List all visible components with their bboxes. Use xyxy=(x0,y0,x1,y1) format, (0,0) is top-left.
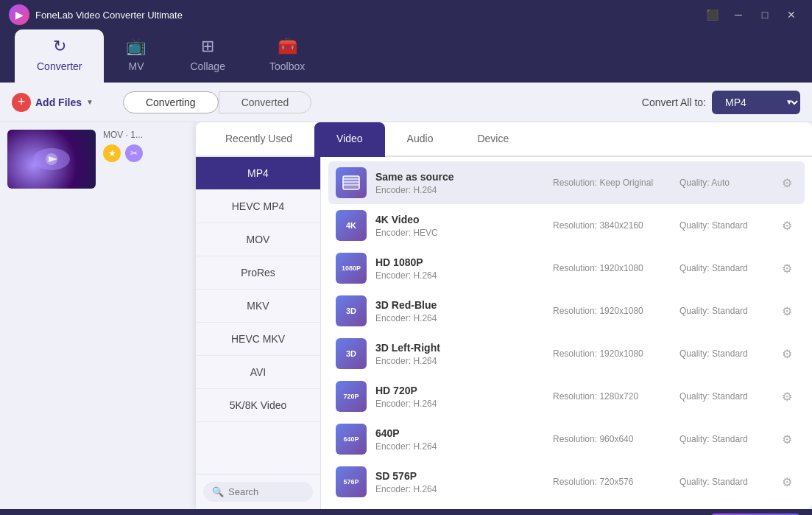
converting-tab[interactable]: Converting xyxy=(123,91,219,113)
star-button[interactable]: ★ xyxy=(103,144,121,162)
add-files-label: Add Files xyxy=(35,97,82,108)
format-row-sd576[interactable]: 576P SD 576P Encoder: H.264 Resolution: … xyxy=(328,460,805,503)
sidebar-item-hevc-mp4[interactable]: HEVC MP4 xyxy=(196,190,320,223)
sidebar-item-mkv[interactable]: MKV xyxy=(196,290,320,323)
nav-tabs: ↻ Converter 📺 MV ⊞ Collage 🧰 Toolbox xyxy=(0,29,812,83)
file-actions: ★ ✂ xyxy=(103,144,199,162)
format-name-hd1080: HD 1080P xyxy=(375,256,544,268)
settings-button-3d-lr[interactable]: ⚙ xyxy=(777,343,797,364)
tab-device[interactable]: Device xyxy=(455,122,531,157)
format-tabs: Recently Used Video Audio Device xyxy=(196,122,812,157)
file-thumbnail xyxy=(7,130,96,189)
format-icon-3d-red: 3D xyxy=(336,295,367,326)
sidebar-item-avi[interactable]: AVI xyxy=(196,356,320,389)
settings-button-hd1080[interactable]: ⚙ xyxy=(777,258,797,278)
format-icon-same-as-source xyxy=(336,167,367,198)
settings-button[interactable]: ⚙ xyxy=(777,172,797,193)
tab-switcher: Converting Converted xyxy=(123,91,311,113)
app-logo: ▶ xyxy=(9,4,29,25)
format-row-same-as-source[interactable]: Same as source Encoder: H.264 Resolution… xyxy=(328,161,805,204)
tab-audio[interactable]: Audio xyxy=(385,122,456,157)
format-row-640p[interactable]: 640P 640P Encoder: H.264 Resolution: 960… xyxy=(328,418,805,460)
settings-button-4k[interactable]: ⚙ xyxy=(777,215,797,236)
format-resolution-sd576: Resolution: 720x576 xyxy=(553,477,671,487)
format-encoder-hd720: Encoder: H.264 xyxy=(375,399,544,409)
settings-button-hd720[interactable]: ⚙ xyxy=(777,386,797,407)
tab-mv-label: MV xyxy=(128,60,144,72)
tab-toolbox[interactable]: 🧰 Toolbox xyxy=(247,29,327,83)
scissors-button[interactable]: ✂ xyxy=(125,144,143,162)
format-details-4k: 4K Video Encoder: HEVC xyxy=(375,214,544,238)
sidebar-item-hevc-mkv[interactable]: HEVC MKV xyxy=(196,323,320,356)
format-details-3d-red: 3D Red-Blue Encoder: H.264 xyxy=(375,299,544,323)
mv-icon: 📺 xyxy=(126,37,146,56)
add-files-button[interactable]: + Add Files ▼ xyxy=(12,93,93,112)
title-bar: ▶ FoneLab Video Converter Ultimate ⬛ ─ □… xyxy=(0,0,812,29)
format-name-640p: 640P xyxy=(375,427,544,439)
svg-rect-3 xyxy=(343,176,359,189)
format-select[interactable]: MP4 MOV MKV AVI xyxy=(712,91,800,114)
format-name-hd720: HD 720P xyxy=(375,385,544,396)
converter-icon: ↻ xyxy=(53,37,66,56)
format-details-hd1080: HD 1080P Encoder: H.264 xyxy=(375,256,544,281)
maximize-button[interactable]: □ xyxy=(753,6,777,24)
close-button[interactable]: ✕ xyxy=(780,6,803,24)
format-row-sd480[interactable]: 480P SD 480P Encoder: H.264 xyxy=(328,503,805,509)
tab-toolbox-label: Toolbox xyxy=(269,60,305,72)
format-name-3d-lr: 3D Left-Right xyxy=(375,342,544,354)
format-encoder-4k: Encoder: HEVC xyxy=(375,228,544,238)
converted-tab[interactable]: Converted xyxy=(219,91,312,113)
format-encoder-640p: Encoder: H.264 xyxy=(375,441,544,452)
minimize-button[interactable]: ─ xyxy=(727,6,750,24)
format-name: Same as source xyxy=(375,171,544,183)
format-details-sd576: SD 576P Encoder: H.264 xyxy=(375,470,544,494)
format-details-3d-lr: 3D Left-Right Encoder: H.264 xyxy=(375,342,544,366)
file-thumb-inner xyxy=(7,130,96,189)
settings-button-3d-red[interactable]: ⚙ xyxy=(777,301,797,321)
toolbar: + Add Files ▼ Converting Converted Conve… xyxy=(0,83,812,122)
format-resolution-3d-lr: Resolution: 1920x1080 xyxy=(553,348,671,359)
format-name-4k: 4K Video xyxy=(375,214,544,225)
tab-collage[interactable]: ⊞ Collage xyxy=(168,29,247,83)
format-row-3d-red[interactable]: 3D 3D Red-Blue Encoder: H.264 Resolution… xyxy=(328,290,805,332)
tab-recently-used[interactable]: Recently Used xyxy=(203,122,314,157)
format-icon-sd576: 576P xyxy=(336,466,367,497)
toolbox-icon: 🧰 xyxy=(278,37,297,56)
chat-button[interactable]: ⬛ xyxy=(700,6,724,24)
format-row-4k[interactable]: 4K 4K Video Encoder: HEVC Resolution: 38… xyxy=(328,204,805,247)
format-icon-640p: 640P xyxy=(336,424,367,455)
tab-converter[interactable]: ↻ Converter xyxy=(15,29,104,83)
file-item: MOV · 1... ★ ✂ xyxy=(7,130,199,189)
format-encoder: Encoder: H.264 xyxy=(375,185,544,195)
format-encoder-3d-red: Encoder: H.264 xyxy=(375,313,544,323)
format-list: Same as source Encoder: H.264 Resolution… xyxy=(321,157,812,509)
format-row-hd720[interactable]: 720P HD 720P Encoder: H.264 Resolution: … xyxy=(328,375,805,418)
tab-collage-label: Collage xyxy=(190,60,225,72)
sidebar-item-mov[interactable]: MOV xyxy=(196,223,320,256)
format-resolution-hd720: Resolution: 1280x720 xyxy=(553,391,671,402)
tab-video[interactable]: Video xyxy=(314,122,385,157)
format-quality-640p: Quality: Standard xyxy=(679,434,768,444)
title-bar-left: ▶ FoneLab Video Converter Ultimate xyxy=(9,4,183,25)
format-encoder-hd1080: Encoder: H.264 xyxy=(375,270,544,281)
search-input[interactable] xyxy=(228,486,304,497)
format-quality-hd1080: Quality: Standard xyxy=(679,263,768,273)
format-icon-hd720: 720P xyxy=(336,381,367,412)
format-name-sd576: SD 576P xyxy=(375,470,544,482)
tab-mv[interactable]: 📺 MV xyxy=(104,29,168,83)
settings-button-sd576[interactable]: ⚙ xyxy=(777,472,797,492)
settings-button-640p[interactable]: ⚙ xyxy=(777,429,797,449)
format-row-3d-lr[interactable]: 3D 3D Left-Right Encoder: H.264 Resoluti… xyxy=(328,332,805,375)
sidebar-item-5k8k[interactable]: 5K/8K Video xyxy=(196,389,320,422)
format-row-hd1080[interactable]: 1080P HD 1080P Encoder: H.264 Resolution… xyxy=(328,247,805,290)
format-name-3d-red: 3D Red-Blue xyxy=(375,299,544,311)
sidebar-item-prores[interactable]: ProRes xyxy=(196,256,320,290)
format-details-640p: 640P Encoder: H.264 xyxy=(375,427,544,452)
format-resolution-hd1080: Resolution: 1920x1080 xyxy=(553,263,671,273)
add-icon: + xyxy=(12,93,31,112)
main-content: + Add Files ▼ Converting Converted Conve… xyxy=(0,83,812,509)
tab-converter-label: Converter xyxy=(37,60,82,72)
format-sidebar: MP4 HEVC MP4 MOV ProRes MKV HE xyxy=(196,157,321,509)
sidebar-item-mp4[interactable]: MP4 xyxy=(196,157,320,190)
format-quality-hd720: Quality: Standard xyxy=(679,391,768,402)
